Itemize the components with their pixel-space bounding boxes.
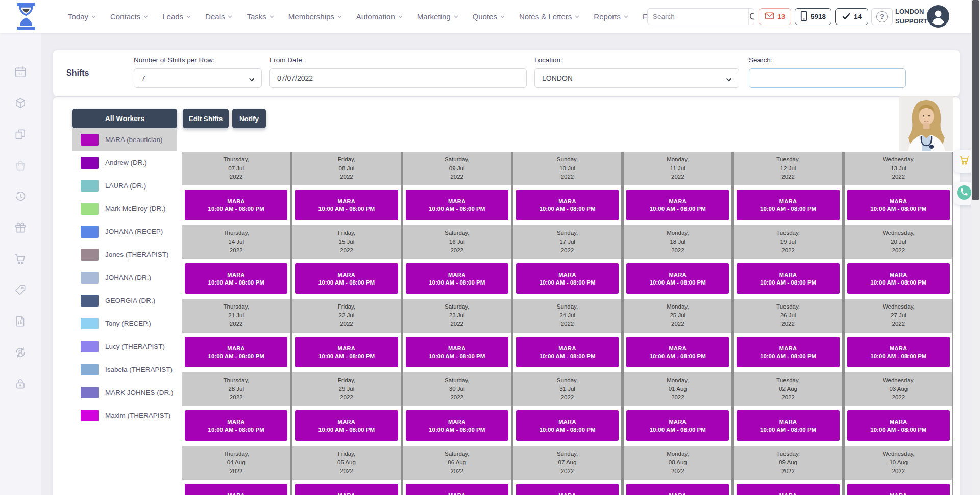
shift-card[interactable]: MARA10:00 AM - 08:00 PM (847, 337, 950, 367)
worker-item[interactable]: Maxim (THERAPIST) (72, 404, 177, 427)
shift-card[interactable]: MARA10:00 AM - 08:00 PM (737, 337, 839, 367)
edit-shifts-button[interactable]: Edit Shifts (183, 109, 229, 128)
shift-card[interactable]: MARA10:00 AM - 08:00 PM (516, 410, 619, 441)
history-icon[interactable] (14, 190, 27, 203)
day-year: 2022 (450, 321, 463, 327)
worker-item[interactable]: GEORGIA (DR.) (72, 289, 177, 312)
global-search-input[interactable] (648, 13, 748, 20)
worker-item[interactable]: Isabela (THERAPIST) (72, 358, 177, 381)
shifts-per-row-select[interactable]: 7 (134, 68, 262, 88)
gift-icon[interactable] (14, 221, 27, 234)
shift-card[interactable]: MARA10:00 AM - 08:00 PM (516, 263, 619, 294)
worker-item[interactable]: MARK JOHNES (DR.) (72, 381, 177, 404)
nav-item-notes-letters[interactable]: Notes & Letters (519, 12, 579, 21)
nav-item-deals[interactable]: Deals (205, 12, 232, 21)
worker-color-swatch (81, 295, 99, 307)
calls-badge[interactable]: 5918 (795, 8, 831, 25)
shift-card[interactable]: MARA10:00 AM - 08:00 PM (406, 484, 508, 495)
shift-card[interactable]: MARA10:00 AM - 08:00 PM (406, 410, 508, 441)
scrollbar-thumb[interactable] (972, 0, 979, 200)
shift-card[interactable]: MARA10:00 AM - 08:00 PM (185, 484, 287, 495)
worker-item[interactable]: Jones (THERAPIST) (72, 243, 177, 266)
cart-icon[interactable] (14, 252, 27, 266)
day-weekday: Thursday, (224, 303, 249, 310)
nav-item-marketing[interactable]: Marketing (417, 12, 458, 21)
price-tag-icon[interactable] (14, 284, 27, 297)
copy-icon[interactable] (14, 128, 27, 141)
nav-item-memberships[interactable]: Memberships (288, 12, 342, 21)
day-header: Thursday,04 Aug2022 (182, 446, 290, 480)
tasks-done-badge[interactable]: 14 (835, 8, 868, 25)
filter-search-input[interactable] (756, 74, 898, 82)
nav-item-leads[interactable]: Leads (162, 12, 191, 21)
shift-card[interactable]: MARA10:00 AM - 08:00 PM (737, 484, 839, 495)
worker-item[interactable]: JOHANA (RECEP) (72, 220, 177, 243)
shift-card[interactable]: MARA10:00 AM - 08:00 PM (185, 410, 287, 441)
messages-badge[interactable]: 13 (759, 8, 791, 25)
shift-card[interactable]: MARA10:00 AM - 08:00 PM (626, 263, 729, 294)
day-date: 07 Jul (228, 165, 244, 171)
nav-item-today[interactable]: Today (68, 12, 96, 21)
worker-item[interactable]: LAURA (DR.) (72, 174, 177, 197)
shift-card[interactable]: MARA10:00 AM - 08:00 PM (406, 190, 508, 220)
shift-card[interactable]: MARA10:00 AM - 08:00 PM (185, 263, 287, 294)
shift-card[interactable]: MARA10:00 AM - 08:00 PM (737, 263, 839, 294)
shift-card[interactable]: MARA10:00 AM - 08:00 PM (295, 410, 398, 441)
location-select[interactable]: LONDON (534, 68, 739, 88)
shift-card[interactable]: MARA10:00 AM - 08:00 PM (516, 190, 619, 220)
shift-card[interactable]: MARA10:00 AM - 08:00 PM (185, 190, 287, 220)
nav-item-quotes[interactable]: Quotes (473, 12, 505, 21)
day-year: 2022 (671, 394, 684, 400)
shift-card[interactable]: MARA10:00 AM - 08:00 PM (295, 190, 398, 220)
lock-icon[interactable] (14, 377, 27, 390)
shift-time: 10:00 AM - 08:00 PM (650, 279, 706, 286)
worker-item[interactable]: Andrew (DR.) (72, 151, 177, 174)
shift-card[interactable]: MARA10:00 AM - 08:00 PM (847, 263, 950, 294)
avatar[interactable] (927, 5, 949, 28)
report-icon[interactable] (14, 315, 27, 328)
calendar-icon[interactable]: 12 (14, 65, 27, 79)
shift-card[interactable]: MARA10:00 AM - 08:00 PM (516, 337, 619, 367)
shift-card[interactable]: MARA10:00 AM - 08:00 PM (185, 337, 287, 367)
worker-item[interactable]: MARA (beautician) (72, 128, 177, 151)
shift-card[interactable]: MARA10:00 AM - 08:00 PM (295, 337, 398, 367)
worker-item[interactable]: Mark McElroy (DR.) (72, 197, 177, 220)
help-button[interactable]: ? (871, 8, 893, 25)
shift-card[interactable]: MARA10:00 AM - 08:00 PM (295, 263, 398, 294)
package-icon[interactable] (14, 97, 27, 110)
nav-item-label: Reports (594, 12, 621, 21)
search-icon[interactable] (748, 9, 754, 25)
shift-card[interactable]: MARA10:00 AM - 08:00 PM (626, 337, 729, 367)
account-sync-icon[interactable] (14, 346, 27, 359)
nav-item-tasks[interactable]: Tasks (247, 12, 274, 21)
scrollbar-track[interactable] (971, 0, 980, 495)
shift-card[interactable]: MARA10:00 AM - 08:00 PM (737, 190, 839, 220)
shift-card[interactable]: MARA10:00 AM - 08:00 PM (847, 484, 950, 495)
shift-card[interactable]: MARA10:00 AM - 08:00 PM (737, 410, 839, 441)
shift-card[interactable]: MARA10:00 AM - 08:00 PM (295, 484, 398, 495)
nav-item-automation[interactable]: Automation (356, 12, 403, 21)
shift-card[interactable]: MARA10:00 AM - 08:00 PM (847, 190, 950, 220)
shift-cell: MARA10:00 AM - 08:00 PM (845, 480, 952, 495)
worker-item[interactable]: Tony (RECEP.) (72, 312, 177, 335)
day-year: 2022 (781, 321, 795, 327)
nav-item-reports[interactable]: Reports (594, 12, 628, 21)
shift-time: 10:00 AM - 08:00 PM (870, 206, 926, 212)
app-logo-hourglass-icon[interactable] (14, 2, 38, 31)
nav-item-contacts[interactable]: Contacts (110, 12, 148, 21)
day-year: 2022 (340, 247, 353, 253)
shift-card[interactable]: MARA10:00 AM - 08:00 PM (626, 190, 729, 220)
from-date-input[interactable] (277, 74, 519, 82)
notify-button[interactable]: Notify (232, 109, 266, 128)
shopping-bag-icon[interactable] (14, 159, 27, 172)
shift-card[interactable]: MARA10:00 AM - 08:00 PM (626, 484, 729, 495)
shift-card[interactable]: MARA10:00 AM - 08:00 PM (406, 263, 508, 294)
shift-card[interactable]: MARA10:00 AM - 08:00 PM (406, 337, 508, 367)
worker-item[interactable]: JOHANA (DR.) (72, 266, 177, 289)
shift-card[interactable]: MARA10:00 AM - 08:00 PM (847, 410, 950, 441)
shift-card[interactable]: MARA10:00 AM - 08:00 PM (516, 484, 619, 495)
all-workers-button[interactable]: All Workers (72, 109, 177, 128)
worker-item[interactable]: Lucy (THERAPIST) (72, 335, 177, 358)
worker-color-swatch (81, 410, 99, 421)
shift-card[interactable]: MARA10:00 AM - 08:00 PM (626, 410, 729, 441)
